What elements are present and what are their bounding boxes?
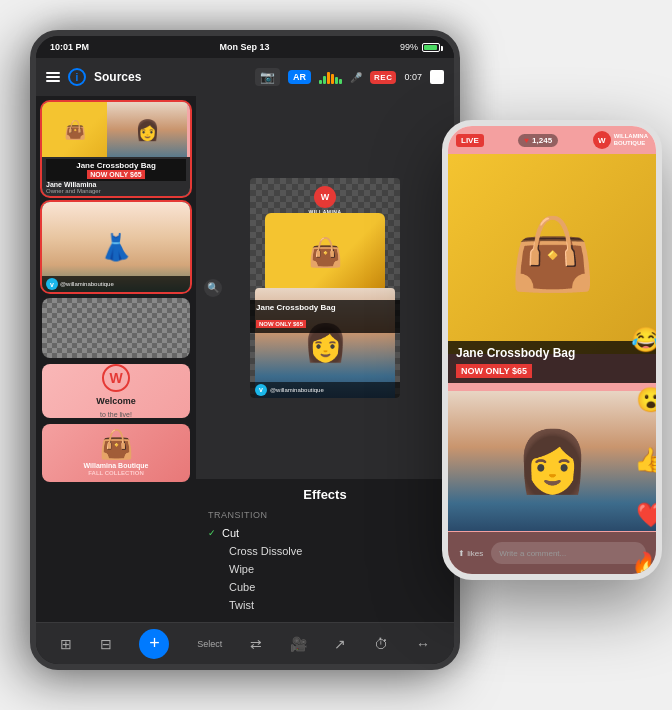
src4-logo: W <box>102 364 130 392</box>
source-item-3[interactable] <box>42 298 190 358</box>
audio-bar-1 <box>319 80 322 84</box>
phone-product-title: Jane Crossbody Bag <box>456 346 648 360</box>
effects-title: Effects <box>208 487 442 502</box>
tablet-statusbar: 10:01 PM Mon Sep 13 99% <box>36 36 454 58</box>
battery-icon <box>422 43 440 52</box>
tablet: 10:01 PM Mon Sep 13 99% i Sources 📷 AR <box>30 30 460 670</box>
audio-bar-6 <box>339 79 342 84</box>
preview-bag-image: 👜 <box>265 213 385 293</box>
phone-viewers-count-area: ♥ 1,245 <box>518 134 558 147</box>
stop-button[interactable] <box>430 70 444 84</box>
src1-person-name: Jane Willamina <box>46 181 186 188</box>
effects-section-label: TRANSITION <box>208 510 442 520</box>
select-button[interactable]: Select <box>197 639 222 649</box>
audio-bar-4 <box>331 74 334 84</box>
camera-icon: 📷 <box>255 68 280 86</box>
src1-info: Jane Crossbody Bag NOW ONLY $65 Jane Wil… <box>42 157 190 196</box>
preview-vimeo-username: @willaminaboutique <box>270 387 324 393</box>
src1-person-role: Owner and Manager <box>46 188 186 194</box>
source-thumb-2: 👗 v @willaminaboutique <box>42 202 190 292</box>
preview-area: 🔍 W WILLAMINABOUTIQUE 👜 👩 Jane Crossbody… <box>196 96 454 622</box>
timer-icon: ⏱ <box>374 636 388 652</box>
preview-price-badge: NOW ONLY $65 <box>256 320 306 328</box>
phone-model-image: 👩 <box>448 391 656 531</box>
src1-bag-image: 👜 <box>42 102 107 157</box>
phone-product-label: Jane Crossbody Bag NOW ONLY $65 <box>448 341 656 383</box>
arrows-button[interactable]: ↔ <box>416 636 430 652</box>
src1-model-image: 👩 <box>107 102 187 157</box>
effects-panel: Effects TRANSITION ✓ Cut Cross Dissolve <box>196 479 454 622</box>
nav-sources-title: Sources <box>94 70 247 84</box>
phone-screen: LIVE ♥ 1,245 W WILLAMINABOUTIQUE 👜 Jane … <box>448 126 656 574</box>
src1-name: Jane Crossbody Bag <box>76 161 156 170</box>
audio-meter <box>319 70 342 84</box>
status-date: Mon Sep 13 <box>220 42 270 52</box>
status-time: 10:01 PM <box>50 42 89 52</box>
source-thumb-4: W Welcome to the live! <box>42 364 190 418</box>
phone-product-image: 👜 <box>448 154 656 354</box>
audio-bar-3 <box>327 72 330 84</box>
source-item-2[interactable]: 👗 v @willaminaboutique <box>42 202 190 292</box>
tablet-toolbar: ⊞ ⊟ + Select ⇄ 🎥 ↗ ⏱ ↔ <box>36 622 454 664</box>
battery-pct: 99% <box>400 42 418 52</box>
effect-cube[interactable]: Cube <box>208 578 442 596</box>
vimeo-icon: v <box>46 278 58 290</box>
phone-logo-w-circle: W <box>593 131 611 149</box>
source-item-4[interactable]: W Welcome to the live! <box>42 364 190 418</box>
phone-bottombar: ⬆ likes Write a comment... <box>448 532 656 574</box>
rec-timer: 0:07 <box>404 72 422 82</box>
hamburger-menu[interactable] <box>46 72 60 82</box>
effect-cube-label: Cube <box>229 581 255 593</box>
phone-comment-placeholder: Write a comment... <box>499 549 566 558</box>
transition-button[interactable]: ⇄ <box>250 636 262 652</box>
camera-switch-icon: 🎥 <box>290 636 307 652</box>
phone-viewers-count: 1,245 <box>532 136 552 145</box>
effect-twist-label: Twist <box>229 599 254 611</box>
effect-wipe[interactable]: Wipe <box>208 560 442 578</box>
reaction-love: ❤️ <box>636 501 656 529</box>
src1-title: Jane Crossbody Bag NOW ONLY $65 <box>46 159 186 181</box>
scene: 10:01 PM Mon Sep 13 99% i Sources 📷 AR <box>0 0 672 710</box>
battery-fill <box>424 45 437 50</box>
preview-composite: W WILLAMINABOUTIQUE 👜 👩 Jane Crossbody B… <box>250 178 400 398</box>
reaction-laugh: 😂 <box>631 326 656 354</box>
phone: LIVE ♥ 1,245 W WILLAMINABOUTIQUE 👜 Jane … <box>442 120 662 580</box>
phone-brand-name: WILLAMINABOUTIQUE <box>614 133 648 146</box>
preview-logo-circle: W <box>314 186 336 208</box>
info-button[interactable]: i <box>68 68 86 86</box>
phone-comment-input[interactable]: Write a comment... <box>491 542 646 564</box>
effect-twist[interactable]: Twist <box>208 596 442 614</box>
grid-view-button[interactable]: ⊞ <box>60 636 72 652</box>
grid-icon: ⊞ <box>60 636 72 652</box>
src1-top: 👜 👩 <box>42 102 190 157</box>
search-icon[interactable]: 🔍 <box>204 279 222 297</box>
sources-panel: 👜 👩 Jane Crossbody Bag NOW ONLY $65 Jane… <box>36 96 196 622</box>
reaction-wow: 😮 <box>636 386 656 414</box>
source-item-5[interactable]: 👜 Willamina Boutique FALL COLLECTION <box>42 424 190 482</box>
effect-cut[interactable]: ✓ Cut <box>208 524 442 542</box>
tablet-topnav: i Sources 📷 AR 🎤 REC 0:07 <box>36 58 454 96</box>
source-thumb-5: 👜 Willamina Boutique FALL COLLECTION <box>42 424 190 482</box>
preview-vimeo-v-icon: v <box>255 384 267 396</box>
source-thumb-1: 👜 👩 Jane Crossbody Bag NOW ONLY $65 Jane… <box>42 102 190 196</box>
preview-product-overlay: Jane Crossbody Bag NOW ONLY $65 <box>250 300 400 333</box>
camera-switch-button[interactable]: 🎥 <box>290 636 307 652</box>
add-source-button[interactable]: + <box>139 629 169 659</box>
ar-button[interactable]: AR <box>288 70 311 84</box>
reaction-like: 👍 <box>634 446 656 474</box>
timer-button[interactable]: ⏱ <box>374 636 388 652</box>
phone-topbar: LIVE ♥ 1,245 W WILLAMINABOUTIQUE <box>448 126 656 154</box>
preview-headline-text: Jane Crossbody Bag <box>256 303 394 312</box>
phone-live-badge: LIVE <box>456 134 484 147</box>
share-button[interactable]: ↗ <box>334 636 346 652</box>
src4-sub-text: to the live! <box>100 411 132 418</box>
phone-heart-icon: ♥ <box>524 136 529 145</box>
src5-collection-text: FALL COLLECTION <box>88 470 144 478</box>
effect-cross-dissolve[interactable]: Cross Dissolve <box>208 542 442 560</box>
layout-button[interactable]: ⊟ <box>100 636 112 652</box>
tablet-main: 👜 👩 Jane Crossbody Bag NOW ONLY $65 Jane… <box>36 96 454 622</box>
source-item-1[interactable]: 👜 👩 Jane Crossbody Bag NOW ONLY $65 Jane… <box>42 102 190 196</box>
statusbar-right: 99% <box>400 42 440 52</box>
audio-bar-2 <box>323 76 326 84</box>
mic-icon: 🎤 <box>350 72 362 83</box>
